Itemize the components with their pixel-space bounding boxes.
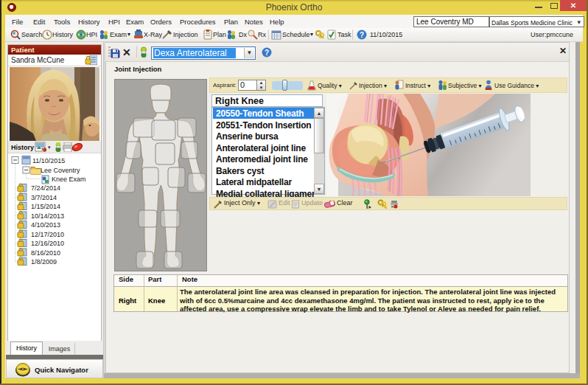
svg-text:11/10/2015: 11/10/2015 xyxy=(32,157,65,164)
svg-text:?: ? xyxy=(360,31,364,39)
svg-text:3/7/2014: 3/7/2014 xyxy=(31,194,57,201)
svg-text:Lee Coventry: Lee Coventry xyxy=(41,167,80,174)
svg-text:1/15/2014: 1/15/2014 xyxy=(31,203,60,210)
svg-text:7/24/2014: 7/24/2014 xyxy=(31,184,60,192)
svg-text:12/17/2010: 12/17/2010 xyxy=(31,231,64,238)
svg-text:1/8/2009: 1/8/2009 xyxy=(31,258,57,266)
svg-text:12/16/2010: 12/16/2010 xyxy=(31,240,64,247)
svg-text:10/14/2013: 10/14/2013 xyxy=(31,212,64,220)
svg-text:4/10/2013: 4/10/2013 xyxy=(31,221,60,229)
svg-text:?: ? xyxy=(265,49,269,57)
svg-text:8/16/2010: 8/16/2010 xyxy=(31,249,60,257)
svg-text:Knee Exam: Knee Exam xyxy=(52,176,86,183)
